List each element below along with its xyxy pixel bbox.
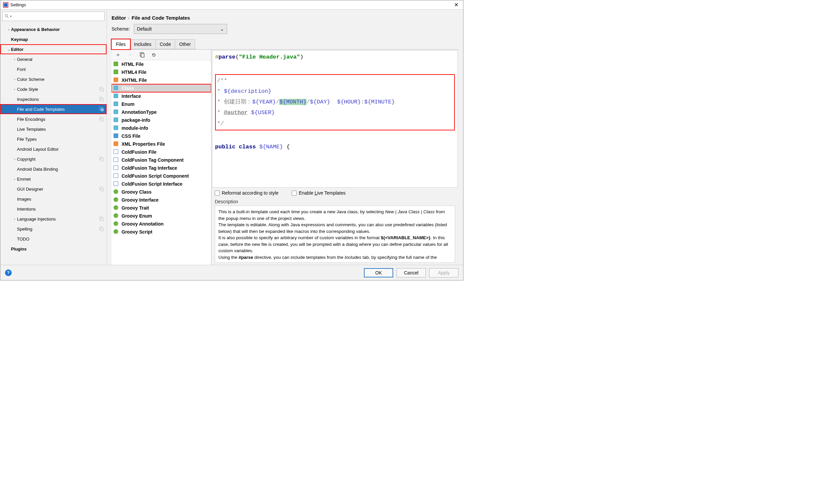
g-file-icon: [114, 229, 120, 234]
chevron-down-icon: ▾: [10, 15, 12, 18]
svg-line-4: [7, 17, 9, 18]
template-item-module-info[interactable]: module-info: [111, 124, 211, 132]
template-item-xhtml-file[interactable]: XHTML File: [111, 76, 211, 84]
tab-other[interactable]: Other: [175, 39, 195, 49]
tab-includes[interactable]: Includes: [130, 39, 156, 49]
template-editor[interactable]: #parse("File Header.java") /** * ${descr…: [212, 50, 458, 188]
search-input[interactable]: ▾: [2, 12, 104, 21]
svg-rect-10: [101, 108, 104, 111]
sidebar-item-images[interactable]: Images: [0, 194, 106, 204]
template-item-class[interactable]: Class: [111, 84, 211, 92]
revert-icon[interactable]: [151, 52, 157, 58]
template-item-label: Groovy Trait: [122, 205, 149, 211]
sidebar-item-spelling[interactable]: Spelling: [0, 224, 106, 234]
chevron-icon: ⌄: [6, 47, 11, 51]
ok-button[interactable]: OK: [364, 268, 393, 277]
tab-code[interactable]: Code: [156, 39, 175, 49]
reformat-checkbox[interactable]: Reformat according to style: [215, 190, 278, 196]
template-item-groovy-class[interactable]: Groovy Class: [111, 188, 211, 196]
sidebar-item-label: Inspections: [17, 97, 99, 102]
template-item-coldfusion-script-component[interactable]: ColdFusion Script Component: [111, 172, 211, 180]
sidebar-item-intentions[interactable]: Intentions: [0, 204, 106, 214]
j-file-icon: [114, 102, 120, 107]
sidebar-item-file-and-code-templates[interactable]: File and Code Templates: [0, 104, 106, 114]
template-item-coldfusion-tag-component[interactable]: ColdFusion Tag Component: [111, 156, 211, 164]
sidebar-item-label: General: [17, 57, 104, 62]
sidebar-item-file-types[interactable]: File Types: [0, 134, 106, 144]
sidebar-item-android-layout-editor[interactable]: Android Layout Editor: [0, 144, 106, 154]
sidebar-item-label: Spelling: [17, 227, 99, 232]
svg-rect-2: [4, 3, 7, 7]
template-item-groovy-enum[interactable]: Groovy Enum: [111, 212, 211, 220]
sidebar-item-editor[interactable]: ⌄Editor: [0, 44, 106, 54]
template-item-label: XHTML File: [122, 78, 147, 83]
sidebar-item-general[interactable]: ›General: [0, 54, 106, 64]
tab-files[interactable]: Files: [111, 39, 130, 49]
sidebar-item-appearance-behavior[interactable]: ›Appearance & Behavior: [0, 24, 106, 34]
scope-badge-icon: [99, 216, 104, 221]
cf-file-icon: [114, 165, 120, 171]
sidebar-item-language-injections[interactable]: ›Language Injections: [0, 214, 106, 224]
remove-icon[interactable]: －: [127, 52, 133, 58]
template-item-enum[interactable]: Enum: [111, 100, 211, 108]
template-item-coldfusion-script-interface[interactable]: ColdFusion Script Interface: [111, 180, 211, 188]
cancel-button[interactable]: Cancel: [396, 268, 426, 277]
template-item-groovy-interface[interactable]: Groovy Interface: [111, 196, 211, 204]
scope-badge-icon: [99, 107, 104, 111]
css-file-icon: [114, 133, 120, 139]
sidebar-item-emmet[interactable]: ›Emmet: [0, 174, 106, 184]
template-item-groovy-trait[interactable]: Groovy Trait: [111, 204, 211, 212]
sidebar-item-inspections[interactable]: Inspections: [0, 94, 106, 104]
template-item-label: Groovy Annotation: [122, 221, 163, 227]
cf-file-icon: [114, 181, 120, 187]
chevron-down-icon: ⌄: [220, 26, 224, 31]
sidebar-item-plugins[interactable]: Plugins: [0, 244, 106, 254]
template-item-package-info[interactable]: package-info: [111, 116, 211, 124]
copy-icon[interactable]: [139, 52, 145, 58]
apply-button[interactable]: Apply: [429, 268, 459, 277]
template-item-label: Groovy Interface: [122, 197, 159, 203]
j-file-icon: [114, 125, 120, 131]
help-icon[interactable]: ?: [5, 270, 12, 276]
sidebar-item-copyright[interactable]: ›Copyright: [0, 154, 106, 164]
xml-file-icon: [114, 78, 120, 83]
add-icon[interactable]: ＋: [115, 52, 121, 58]
sidebar-item-label: GUI Designer: [17, 187, 99, 192]
live-templates-checkbox[interactable]: Enable Live Templates: [292, 190, 346, 196]
template-item-coldfusion-file[interactable]: ColdFusion File: [111, 148, 211, 156]
g-file-icon: [114, 205, 120, 211]
sidebar-item-font[interactable]: Font: [0, 64, 106, 74]
close-icon[interactable]: ✕: [452, 2, 461, 8]
sidebar-item-todo[interactable]: TODO: [0, 234, 106, 244]
template-item-xml-properties-file[interactable]: XML Properties File: [111, 140, 211, 148]
title-bar: Settings ✕: [0, 0, 463, 9]
sidebar-item-label: File Types: [17, 137, 104, 142]
template-item-label: XML Properties File: [122, 141, 165, 147]
template-item-html4-file[interactable]: HTML4 File: [111, 68, 211, 76]
template-item-groovy-script[interactable]: Groovy Script: [111, 228, 211, 236]
svg-rect-16: [101, 188, 104, 191]
scheme-select[interactable]: Default⌄: [134, 24, 227, 34]
sidebar-item-label: TODO: [17, 236, 104, 241]
sidebar-item-file-encodings[interactable]: File Encodings: [0, 114, 106, 124]
template-item-css-file[interactable]: CSS File: [111, 132, 211, 140]
sidebar-item-live-templates[interactable]: Live Templates: [0, 124, 106, 134]
sidebar-item-color-scheme[interactable]: ›Color Scheme: [0, 74, 106, 84]
j-file-icon: [114, 109, 120, 115]
template-item-coldfusion-tag-interface[interactable]: ColdFusion Tag Interface: [111, 164, 211, 172]
template-item-html-file[interactable]: HTML File: [111, 60, 211, 68]
template-item-interface[interactable]: Interface: [111, 92, 211, 100]
sidebar-item-keymap[interactable]: Keymap: [0, 34, 106, 44]
sidebar-item-android-data-binding[interactable]: Android Data Binding: [0, 164, 106, 174]
scope-badge-icon: [99, 157, 104, 161]
template-item-groovy-annotation[interactable]: Groovy Annotation: [111, 220, 211, 228]
sidebar-item-label: Android Data Binding: [17, 167, 104, 172]
sidebar-item-code-style[interactable]: ›Code Style: [0, 84, 106, 94]
template-item-label: ColdFusion Tag Interface: [122, 165, 177, 171]
sidebar-item-label: Emmet: [17, 177, 104, 182]
cf-file-icon: [114, 173, 120, 178]
template-item-annotationtype[interactable]: AnnotationType: [111, 108, 211, 116]
svg-rect-14: [101, 159, 104, 161]
svg-rect-22: [141, 54, 144, 57]
sidebar-item-gui-designer[interactable]: GUI Designer: [0, 184, 106, 194]
